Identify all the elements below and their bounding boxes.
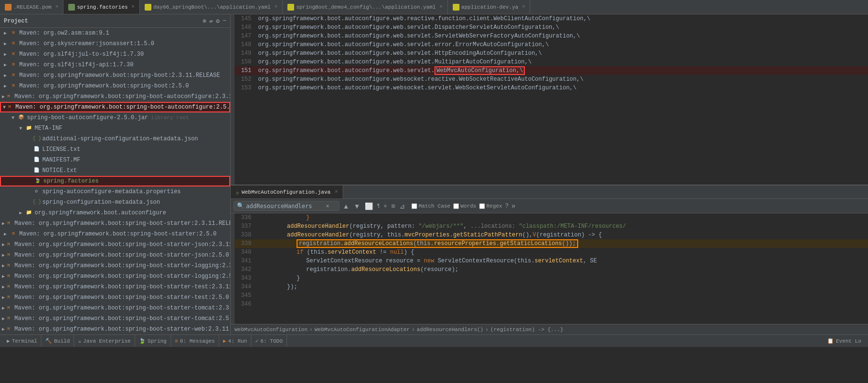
tree-item-starter-2311[interactable]: ▶ M Maven: org.springframework.boot:spri… <box>0 218 230 229</box>
line-num-145: 145 <box>235 14 256 23</box>
tree-item-boot-250[interactable]: ▶ M Maven: org.springframework.boot:spri… <box>0 81 230 91</box>
tree-arrow[interactable]: ▼ <box>19 126 25 131</box>
tree-label: Maven: org.springframework.boot:spring-b… <box>14 273 230 280</box>
tree-item-starter-tomcat-231[interactable]: ▶ M Maven: org.springframework.boot:spri… <box>0 303 230 313</box>
tree-item-starter-json-250[interactable]: ▶ M Maven: org.springframework.boot:spri… <box>0 250 230 260</box>
tab-application-yaml-2[interactable]: springBoot_demo4_config\...\application.… <box>283 0 447 14</box>
tree-label: Maven: org.springframework.boot:spring-b… <box>19 72 220 79</box>
line-content-145: org.springframework.boot.autoconfigure.w… <box>256 14 868 23</box>
app-window: .RELEASE.pom × spring.factories × day06_… <box>0 0 868 347</box>
tree-item-notice[interactable]: 📄 NOTICE.txt <box>0 165 230 176</box>
tree-item-starter-tomcat-250[interactable]: ▶ M Maven: org.springframework.boot:spri… <box>0 313 230 324</box>
search-split-btn[interactable]: ≡ <box>383 202 388 210</box>
tab-spring-factories[interactable]: spring.factories × <box>63 0 140 14</box>
search-help-icon[interactable]: ? <box>505 203 508 210</box>
tree-item-starter-web[interactable]: ▶ M Maven: org.springframework.boot:spri… <box>0 324 230 334</box>
tree-item-starter-test-250[interactable]: ▶ M Maven: org.springframework.boot:spri… <box>0 292 230 303</box>
tool-todo[interactable]: ✓ 6: TODO <box>251 335 287 347</box>
bottom-editor-scroll[interactable]: 336 } 337 addResourceHandler(registry, p… <box>235 213 868 324</box>
tree-item-starter-250[interactable]: ▶ M Maven: org.springframework.boot:spri… <box>0 229 230 239</box>
tool-event-log[interactable]: 📋 Event Lo <box>823 335 865 347</box>
tool-spring[interactable]: 🍃 Spring <box>135 335 171 347</box>
tree-arrow[interactable]: ▶ <box>19 210 25 216</box>
tree-item-starter-json-2311[interactable]: ▶ M Maven: org.springframework.boot:spri… <box>0 239 230 250</box>
bottom-tab-close[interactable]: × <box>335 189 338 195</box>
search-multiline-btn[interactable]: ¶ <box>376 202 381 210</box>
code-line-340: 340 if (this.servletContext != null) { <box>235 248 868 257</box>
tree-arrow[interactable]: ▼ <box>12 115 17 121</box>
tree-item-spring-factories[interactable]: 🍃 spring.factories <box>0 176 230 186</box>
tab-close-dev[interactable]: × <box>522 4 525 10</box>
search-funnel-btn[interactable]: ⊿ <box>398 202 407 210</box>
tool-messages[interactable]: ≡ 0: Messages <box>171 335 219 347</box>
json-icon: { } <box>33 136 40 142</box>
sidebar-minimize-icon[interactable]: − <box>223 17 226 25</box>
tree-item-slf4j-api[interactable]: ▶ M Maven: org.slf4j:slf4j-api:1.7.30 <box>0 60 230 70</box>
search-up-btn[interactable]: ▲ <box>341 202 351 210</box>
tree-label: Maven: org.springframework.boot:spring-b… <box>14 241 230 248</box>
tree-item-autoconfigure-231[interactable]: ▶ M Maven: org.springframework.boot:spri… <box>0 91 230 102</box>
tree-arrow[interactable]: ▶ <box>4 231 10 237</box>
search-clear-btn[interactable]: × <box>325 203 330 210</box>
tree-arrow[interactable]: ▶ <box>4 51 10 57</box>
java-enterprise-label: Java Enterprise <box>83 338 131 344</box>
tool-build[interactable]: 🔨 Build <box>41 335 74 347</box>
search-down-btn[interactable]: ▼ <box>352 202 362 210</box>
tab-application-dev[interactable]: application-dev.ya × <box>448 0 531 14</box>
sidebar-globe-icon[interactable]: ⊕ <box>203 17 207 25</box>
maven-icon: M <box>5 326 12 333</box>
tree-arrow[interactable]: ▶ <box>4 73 10 78</box>
words-checkbox[interactable] <box>453 203 459 209</box>
tree-item-starter-test-2311[interactable]: ▶ M Maven: org.springframework.boot:spri… <box>0 282 230 292</box>
tab-close-yaml1[interactable]: × <box>274 4 277 10</box>
tree-item-additional-json[interactable]: { } additional-spring-configuration-meta… <box>0 134 230 144</box>
search-input[interactable] <box>246 203 323 210</box>
tree-arrow[interactable]: ▶ <box>4 41 10 47</box>
tab-close-factories[interactable]: × <box>132 4 135 10</box>
match-case-checkbox[interactable] <box>411 203 417 209</box>
build-label: Build <box>54 338 70 344</box>
search-preview-btn[interactable]: ⬜ <box>363 202 374 210</box>
tab-icon-yaml1 <box>145 4 151 11</box>
tree-arrow[interactable]: ▶ <box>4 62 10 68</box>
regex-checkbox[interactable] <box>479 203 485 209</box>
tree-item-jar[interactable]: ▼ 📦 spring-boot-autoconfigure-2.5.0.jar … <box>0 112 230 123</box>
line-num-153: 153 <box>235 84 256 92</box>
bottom-editor-tab-webmvc[interactable]: ☕ WebMvcAutoConfiguration.java × <box>231 185 343 198</box>
tree-label: Maven: org.springframework.boot:spring-b… <box>14 294 229 301</box>
tree-item-autoconfigure-250[interactable]: ▼ M Maven: org.springframework.boot:spri… <box>0 102 230 112</box>
tree-item-starter-logging-250[interactable]: ▶ M Maven: org.springframework.boot:spri… <box>0 271 230 282</box>
tree-item-autoconfigure-metadata[interactable]: ⚙ spring-autoconfigure-metadata.properti… <box>0 186 230 197</box>
tree-label: spring-configuration-metadata.json <box>42 199 160 206</box>
tab-release-pom[interactable]: .RELEASE.pom × <box>0 0 63 14</box>
tree-item-asm[interactable]: ▶ M Maven: org.ow2.asm:asm:9.1 <box>0 28 230 38</box>
top-editor-scroll[interactable]: 145 org.springframework.boot.autoconfigu… <box>235 14 868 185</box>
search-filter-btn[interactable]: ⊞ <box>390 202 397 210</box>
tree-item-jul-slf4j[interactable]: ▶ M Maven: org.slf4j:jul-to-slf4j:1.7.30 <box>0 49 230 60</box>
tree-item-license[interactable]: 📄 LICENSE.txt <box>0 144 230 155</box>
tree-item-starter-logging-23[interactable]: ▶ M Maven: org.springframework.boot:spri… <box>0 260 230 271</box>
tool-run[interactable]: ▶ 4: Run <box>219 335 251 347</box>
tab-close-yaml2[interactable]: × <box>440 4 443 10</box>
tab-application-yaml-1[interactable]: day06_springBoot\...\application.yaml × <box>140 0 283 14</box>
tree-label: org.springframework.boot.autoconfigure <box>35 210 166 216</box>
line-content-336: } <box>256 213 868 222</box>
sidebar-split-icon[interactable]: ⇌ <box>210 17 213 25</box>
search-close-icon[interactable]: » <box>511 202 515 210</box>
project-tree: ▶ M Maven: org.ow2.asm:asm:9.1 ▶ M Maven… <box>0 28 230 334</box>
tab-icon-pom <box>5 4 12 11</box>
tree-arrow[interactable]: ▶ <box>4 30 10 36</box>
tree-item-boot-2311[interactable]: ▶ M Maven: org.springframework.boot:spri… <box>0 70 230 81</box>
tree-item-configuration-metadata[interactable]: { } spring-configuration-metadata.json <box>0 197 230 208</box>
tree-arrow[interactable]: ▶ <box>4 83 10 89</box>
tool-terminal[interactable]: ▶ Terminal <box>3 335 41 347</box>
editor-gutter-bottom <box>231 213 235 324</box>
tab-close-pom[interactable]: × <box>55 4 58 10</box>
tree-item-manifest[interactable]: 📄 MANIFEST.MF <box>0 155 230 165</box>
tree-item-jsonassert[interactable]: ▶ M Maven: org.skyscreamer:jsonassert:1.… <box>0 38 230 49</box>
line-num-336: 336 <box>235 213 256 222</box>
tool-java-enterprise[interactable]: ☕ Java Enterprise <box>74 335 135 347</box>
tree-item-org-autoconfigure[interactable]: ▶ 📁 org.springframework.boot.autoconfigu… <box>0 208 230 218</box>
tree-item-meta-inf[interactable]: ▼ 📁 META-INF <box>0 123 230 134</box>
sidebar-settings-icon[interactable]: ⚙ <box>216 17 220 25</box>
